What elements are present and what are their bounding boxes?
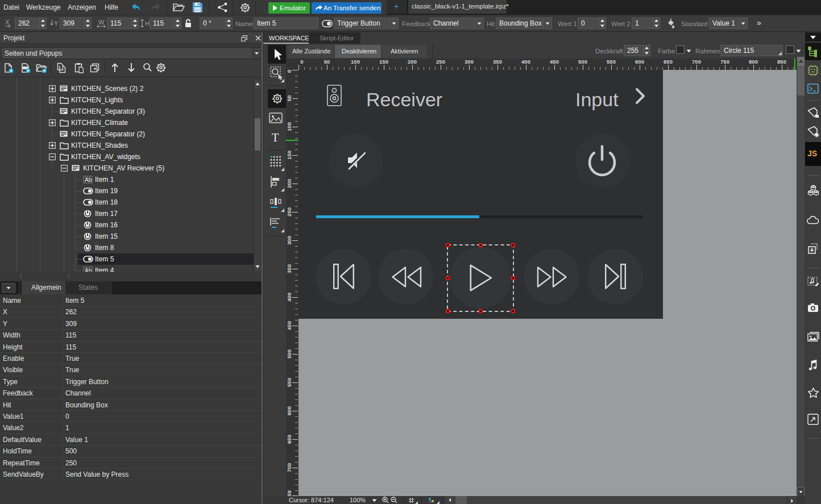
svg-text:200: 200 [286,179,292,188]
svg-text:450: 450 [286,321,292,330]
svg-text:Ab: Ab [85,268,92,272]
svg-text:100: 100 [351,59,360,65]
svg-text:H: H [145,20,150,27]
svg-text:550: 550 [607,59,616,65]
svg-text:200: 200 [408,59,417,65]
svg-text:50: 50 [324,59,330,65]
svg-text:500: 500 [286,349,292,359]
svg-text:400: 400 [286,293,292,302]
svg-text:250: 250 [286,207,292,216]
svg-text:Y: Y [54,20,59,27]
svg-text:0: 0 [300,59,303,65]
svg-text:100: 100 [286,122,292,131]
svg-text:300: 300 [286,236,292,245]
svg-text:450: 450 [550,59,559,65]
svg-text:50: 50 [286,95,292,102]
svg-text:600: 600 [286,406,292,415]
svg-text:600: 600 [635,59,644,65]
svg-text:700: 700 [692,59,701,65]
svg-text:750: 750 [286,490,292,496]
svg-text:750: 750 [720,59,729,65]
svg-text:500: 500 [578,59,587,65]
svg-text:150: 150 [379,59,388,65]
svg-text:300: 300 [465,59,474,65]
svg-text:800: 800 [749,59,758,65]
svg-text:400: 400 [521,59,530,65]
svg-text:150: 150 [286,151,292,160]
svg-text:650: 650 [286,435,292,444]
svg-text:700: 700 [286,463,292,472]
svg-text:650: 650 [664,59,673,65]
svg-text:W: W [98,19,105,26]
svg-text:350: 350 [493,59,502,65]
svg-text:250: 250 [436,59,445,65]
svg-text:0: 0 [286,70,292,73]
svg-text:350: 350 [286,264,292,273]
svg-text:Ab: Ab [85,177,92,183]
svg-text:850: 850 [777,59,786,65]
svg-text:550: 550 [286,378,292,387]
